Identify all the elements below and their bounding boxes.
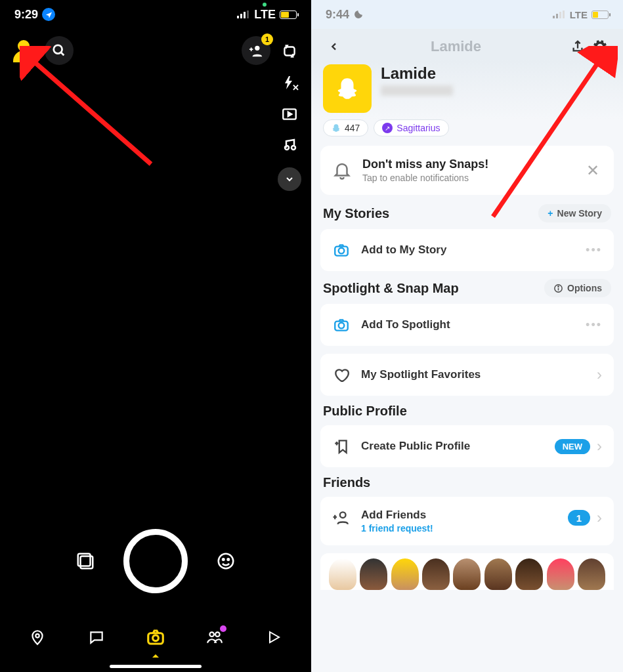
status-time: 9:44: [326, 8, 349, 22]
emoji-icon: [216, 551, 236, 571]
svg-rect-2: [244, 12, 246, 18]
svg-point-14: [35, 634, 39, 637]
camera-tools: ✕: [277, 39, 302, 194]
bell-icon: [332, 161, 352, 180]
svg-rect-3: [247, 10, 249, 18]
friend-request-sub: 1 friend request!: [361, 523, 557, 534]
bookmark-plus-icon: [332, 437, 351, 455]
add-friend-button[interactable]: 1: [242, 36, 270, 65]
camera-outline-icon: [332, 316, 351, 334]
music-icon: [282, 138, 297, 154]
svg-point-11: [219, 554, 234, 569]
chat-icon: [88, 629, 105, 646]
add-friends-row[interactable]: Add Friends 1 friend request! 1 ›: [320, 497, 614, 545]
settings-button[interactable]: [589, 35, 611, 58]
header-title: Lamide: [345, 38, 567, 55]
share-button[interactable]: [567, 35, 589, 58]
flip-camera-icon: [281, 43, 298, 60]
notifications-card[interactable]: Don't miss any Snaps! Tap to enable noti…: [320, 146, 614, 195]
create-public-profile-row[interactable]: Create Public Profile NEW ›: [320, 425, 614, 467]
network-label: LTE: [254, 8, 276, 22]
signal-icon: [553, 10, 566, 18]
svg-point-25: [339, 248, 345, 254]
music-button[interactable]: [277, 133, 302, 158]
svg-point-18: [215, 632, 220, 637]
nav-spotlight[interactable]: [260, 623, 288, 651]
svg-rect-20: [553, 16, 555, 18]
notif-title: Don't miss any Snaps!: [362, 158, 488, 171]
network-label: LTE: [570, 9, 588, 20]
camera-active-dot: [263, 3, 267, 7]
profile-screen: 9:44 LTE Lamide Lamide 4: [311, 0, 623, 672]
spotlight-favorites-row[interactable]: My Spotlight Favorites ›: [320, 354, 614, 396]
svg-point-13: [228, 558, 230, 560]
nav-camera[interactable]: [142, 623, 169, 651]
profile-name: Lamide: [381, 64, 453, 83]
add-to-story-row[interactable]: Add to My Story •••: [320, 229, 614, 271]
search-icon: [52, 43, 66, 58]
dismiss-button[interactable]: ✕: [584, 161, 602, 180]
video-button[interactable]: [277, 102, 302, 127]
svg-point-16: [153, 635, 159, 641]
snapcode[interactable]: [323, 64, 372, 113]
notif-subtitle: Tap to enable notifications: [362, 173, 488, 183]
friend-count-badge: 1: [568, 510, 590, 526]
new-badge: NEW: [555, 439, 590, 454]
flip-camera-button[interactable]: [277, 39, 302, 64]
add-to-spotlight-row[interactable]: Add To Spotlight •••: [320, 304, 614, 346]
profile-header: Lamide: [311, 29, 623, 60]
bottom-nav: [0, 618, 311, 656]
svg-point-6: [255, 46, 259, 51]
svg-point-17: [209, 632, 214, 637]
shutter-button[interactable]: [123, 529, 188, 593]
share-icon: [570, 39, 585, 54]
svg-point-28: [558, 286, 559, 287]
video-icon: [281, 106, 298, 123]
more-icon[interactable]: •••: [586, 243, 602, 257]
camera-icon: [146, 627, 165, 647]
section-public-profile: Public Profile: [323, 404, 407, 419]
options-button[interactable]: Options: [544, 279, 611, 297]
snapscore-pill[interactable]: 447: [323, 119, 368, 136]
play-icon: [266, 629, 282, 645]
camera-screen: 9:29 LTE 1: [0, 0, 311, 672]
profile-button[interactable]: [9, 36, 38, 65]
add-friend-icon: [332, 509, 351, 527]
status-time: 9:29: [14, 8, 38, 22]
flash-button[interactable]: ✕: [277, 70, 302, 95]
more-tools-button[interactable]: [278, 167, 301, 191]
search-button[interactable]: [45, 36, 74, 65]
back-button[interactable]: [323, 35, 345, 58]
svg-rect-21: [556, 14, 558, 18]
home-indicator: [110, 665, 202, 668]
section-spotlight: Spotlight & Snap Map: [323, 281, 459, 296]
camera-outline-icon: [332, 241, 351, 259]
chevron-right-icon: ›: [597, 437, 602, 455]
svg-rect-1: [240, 14, 242, 18]
emoji-button[interactable]: [213, 548, 239, 574]
chevron-left-icon: [329, 39, 339, 54]
gallery-button[interactable]: [72, 548, 98, 574]
nav-chat[interactable]: [83, 623, 110, 651]
svg-point-30: [339, 323, 345, 329]
battery-icon: [280, 10, 297, 19]
map-pin-icon: [29, 629, 46, 646]
chevron-down-icon: [284, 174, 295, 184]
nav-stories[interactable]: [201, 623, 228, 651]
chevron-right-icon: ›: [597, 366, 602, 384]
zodiac-pill[interactable]: ↗ Sagittarius: [374, 119, 448, 136]
dnd-icon: [353, 9, 364, 20]
heart-icon: [332, 366, 351, 384]
more-icon[interactable]: •••: [586, 318, 602, 332]
nav-map[interactable]: [24, 623, 51, 651]
friend-avatars-strip[interactable]: [320, 553, 614, 590]
new-story-button[interactable]: +New Story: [538, 204, 611, 222]
svg-rect-22: [559, 12, 561, 18]
sagittarius-icon: ↗: [382, 123, 393, 133]
info-icon: [553, 284, 563, 293]
signal-icon: [237, 10, 250, 18]
ghost-small-icon: [332, 123, 341, 133]
battery-icon: [591, 10, 609, 19]
profile-summary: Lamide: [311, 60, 623, 119]
svg-rect-0: [237, 16, 239, 18]
